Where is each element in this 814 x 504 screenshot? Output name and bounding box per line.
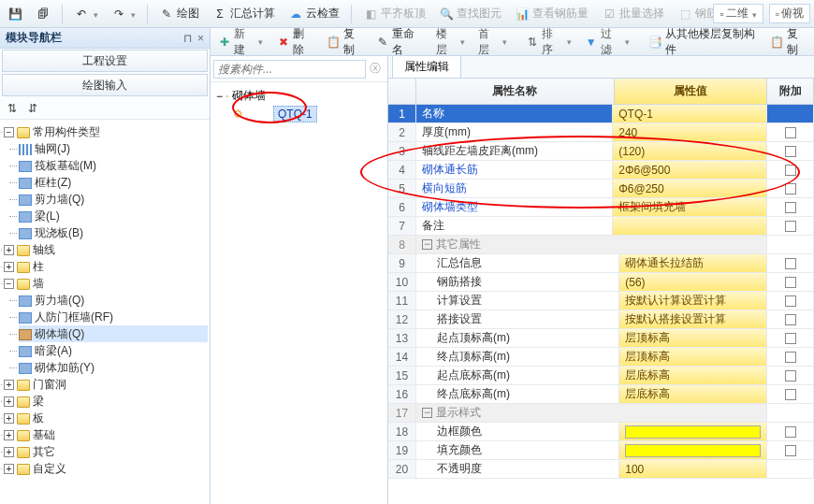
property-row[interactable]: 11计算设置按默认计算设置计算	[388, 292, 814, 310]
checkbox[interactable]	[785, 314, 796, 325]
tree-column[interactable]: +柱	[4, 258, 208, 275]
tree-raft[interactable]: 筏板基础(M)	[19, 157, 208, 174]
nav-close-icon[interactable]: ×	[197, 32, 204, 45]
tab-property-edit[interactable]: 属性编辑	[392, 55, 461, 78]
bird-view-button[interactable]: ▫俯视	[769, 4, 810, 23]
tree-beam[interactable]: 梁(L)	[19, 208, 208, 224]
row-value[interactable]: 层底标高	[619, 367, 767, 384]
nav-pin-icon[interactable]: ⊓	[183, 32, 192, 45]
sum-calc-button[interactable]: Σ汇总计算	[209, 4, 279, 23]
toggle-icon[interactable]: +	[4, 262, 14, 272]
view-2d-button[interactable]: ▫二维	[713, 4, 763, 23]
row-value[interactable]: 2Φ6@500	[613, 161, 767, 179]
row-value[interactable]: 层顶标高	[619, 348, 767, 366]
checkbox[interactable]	[785, 183, 796, 194]
tree-slab[interactable]: +板	[4, 410, 208, 426]
undo-button[interactable]: ↶	[70, 5, 102, 23]
expand-all-icon[interactable]: ⇅	[4, 100, 21, 117]
property-row[interactable]: 8−其它属性	[388, 236, 814, 254]
row-value[interactable]: (120)	[613, 142, 767, 160]
row-value[interactable]: 砌体通长拉结筋	[619, 254, 767, 272]
checkbox[interactable]	[785, 445, 796, 456]
comp-item[interactable]: QTQ-1	[273, 106, 317, 122]
property-row[interactable]: 7备注	[388, 217, 814, 236]
save-icon[interactable]: 💾	[4, 5, 26, 23]
toggle-icon[interactable]: −	[4, 279, 14, 289]
tree-shear-wall-q[interactable]: 剪力墙(Q)	[19, 292, 208, 309]
property-row[interactable]: 1名称QTQ-1	[388, 105, 814, 123]
layers-icon[interactable]: 🗐	[32, 5, 54, 23]
tree-root[interactable]: −常用构件类型 轴网(J) 筏板基础(M) 框柱(Z) 剪力墙(Q) 梁(L) …	[4, 123, 208, 241]
checkbox[interactable]	[785, 370, 796, 382]
checkbox[interactable]	[785, 146, 796, 157]
draw-button[interactable]: ✎绘图	[155, 4, 203, 23]
checkbox[interactable]	[785, 352, 796, 363]
toggle-icon[interactable]: +	[4, 245, 14, 255]
search-input[interactable]	[213, 60, 366, 79]
redo-button[interactable]: ↷	[108, 5, 139, 23]
toggle-icon[interactable]: +	[4, 380, 14, 390]
tree-beam2[interactable]: +梁	[4, 393, 208, 410]
row-value[interactable]: 按默认搭接设置计算	[619, 310, 767, 328]
tree-axis[interactable]: 轴网(J)	[19, 140, 208, 157]
tree-wall[interactable]: −墙 剪力墙(Q) 人防门框墙(RF) 砌体墙(Q) 暗梁(A) 砌体加筋(Y)	[4, 275, 208, 376]
row-value[interactable]: QTQ-1	[613, 105, 767, 122]
tab-draw-input[interactable]: 绘图输入	[2, 74, 208, 96]
checkbox[interactable]	[785, 333, 796, 344]
property-row[interactable]: 9汇总信息砌体通长拉结筋	[388, 254, 814, 273]
checkbox[interactable]	[785, 258, 796, 269]
toggle-icon[interactable]: +	[4, 447, 14, 457]
row-value[interactable]: 框架间填充墙	[613, 198, 767, 216]
tree-other[interactable]: +其它	[4, 443, 208, 460]
checkbox[interactable]	[785, 426, 796, 438]
tree-shear-wall[interactable]: 剪力墙(Q)	[19, 191, 208, 208]
batch-select-button[interactable]: ☑批量选择	[598, 4, 668, 23]
row-value[interactable]	[613, 217, 767, 235]
checkbox[interactable]	[785, 127, 796, 138]
sort-button[interactable]: ⇅排序	[522, 24, 574, 60]
property-row[interactable]: 19填充颜色	[388, 441, 814, 460]
color-swatch[interactable]	[625, 425, 761, 439]
view-rebar-button[interactable]: 📊查看钢筋量	[511, 4, 592, 23]
filter-button[interactable]: ▼过滤	[581, 24, 633, 60]
checkbox[interactable]	[785, 165, 796, 176]
checkbox[interactable]	[785, 221, 796, 232]
tree-dark-beam[interactable]: 暗梁(A)	[19, 342, 208, 359]
property-row[interactable]: 13起点顶标高(m)层顶标高	[388, 329, 814, 348]
property-row[interactable]: 12搭接设置按默认搭接设置计算	[388, 310, 814, 329]
find-elem-button[interactable]: 🔍查找图元	[435, 4, 505, 23]
row-value[interactable]: Φ6@250	[613, 180, 767, 197]
checkbox[interactable]	[785, 277, 796, 288]
property-row[interactable]: 16终点底标高(m)层底标高	[388, 385, 814, 404]
delete-button[interactable]: ✖删除	[272, 24, 316, 60]
tree-foundation[interactable]: +基础	[4, 426, 208, 443]
toggle-icon[interactable]: +	[4, 464, 14, 474]
row-value[interactable]: 100	[619, 460, 767, 478]
rename-button[interactable]: ✎重命名	[372, 24, 427, 60]
flatten-button[interactable]: ◧平齐板顶	[359, 4, 429, 23]
property-row[interactable]: 14终点顶标高(m)层顶标高	[388, 348, 814, 367]
floor-select[interactable]: 首层	[474, 24, 511, 60]
property-row[interactable]: 4砌体通长筋2Φ6@500	[388, 161, 814, 180]
row-value[interactable]: 240	[613, 123, 767, 141]
row-value[interactable]	[619, 423, 767, 440]
cloud-check-button[interactable]: ☁云检查	[284, 4, 343, 23]
property-row[interactable]: 18边框颜色	[388, 423, 814, 441]
row-value[interactable]: 层底标高	[619, 385, 767, 403]
collapse-all-icon[interactable]: ⇵	[24, 100, 41, 117]
comp-folder[interactable]: − 砌体墙	[216, 88, 382, 104]
property-row[interactable]: 17−显示样式	[388, 404, 814, 423]
row-value[interactable]: 按默认计算设置计算	[619, 292, 767, 310]
property-row[interactable]: 10钢筋搭接(56)	[388, 273, 814, 292]
tree-cast-slab[interactable]: 现浇板(B)	[19, 224, 208, 241]
toggle-icon[interactable]: +	[4, 396, 14, 407]
tree-civil-wall[interactable]: 人防门框墙(RF)	[19, 309, 208, 325]
search-clear-icon[interactable]: ⓧ	[366, 59, 385, 79]
checkbox[interactable]	[785, 295, 796, 307]
copy-comp-button[interactable]: 📋复制	[766, 24, 810, 60]
tree-opening[interactable]: +门窗洞	[4, 376, 208, 393]
property-row[interactable]: 3轴线距左墙皮距离(mm)(120)	[388, 142, 814, 161]
toggle-icon[interactable]: −	[4, 127, 14, 137]
property-row[interactable]: 20不透明度100	[388, 460, 814, 479]
copy-from-other-button[interactable]: 📑从其他楼层复制构件	[645, 24, 761, 60]
